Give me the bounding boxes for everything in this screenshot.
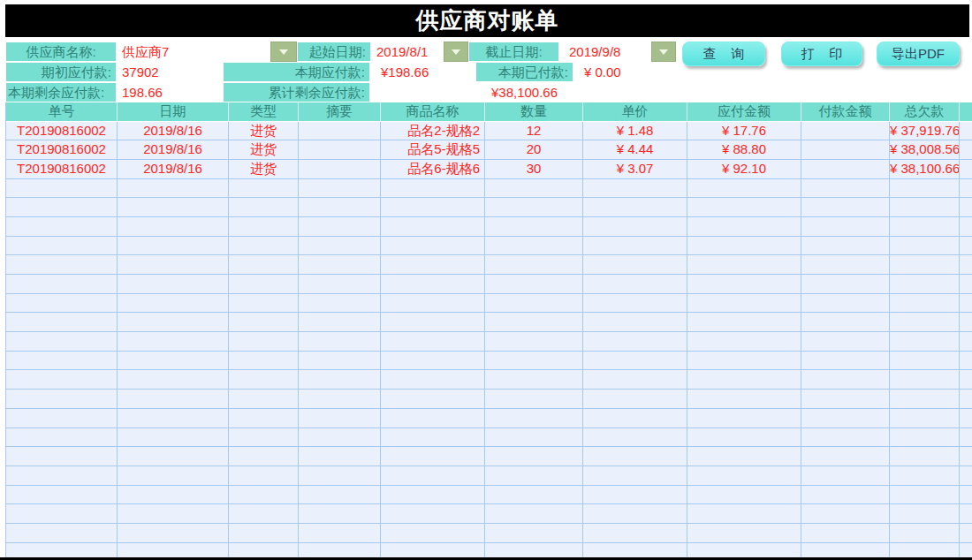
empty-cell[interactable] — [229, 370, 299, 390]
col-header-total-debt[interactable]: 总欠款 — [890, 102, 960, 122]
empty-cell[interactable] — [485, 447, 583, 466]
empty-cell[interactable] — [299, 275, 381, 294]
empty-cell[interactable] — [229, 313, 299, 332]
cell-extra[interactable] — [960, 122, 972, 141]
empty-cell[interactable] — [6, 275, 118, 294]
empty-cell[interactable] — [960, 447, 972, 466]
empty-cell[interactable] — [229, 504, 299, 524]
empty-cell[interactable] — [485, 524, 583, 543]
empty-cell[interactable] — [381, 466, 485, 486]
empty-cell[interactable] — [890, 332, 960, 352]
empty-cell[interactable] — [960, 198, 972, 217]
empty-cell[interactable] — [583, 504, 687, 524]
empty-cell[interactable] — [687, 486, 801, 505]
empty-cell[interactable] — [801, 352, 890, 371]
empty-cell[interactable] — [485, 332, 583, 352]
empty-cell[interactable] — [890, 255, 960, 275]
empty-cell[interactable] — [960, 313, 972, 332]
empty-cell[interactable] — [960, 217, 972, 237]
empty-cell[interactable] — [229, 332, 299, 352]
cell-paid[interactable] — [801, 140, 890, 160]
empty-cell[interactable] — [485, 352, 583, 371]
empty-cell[interactable] — [485, 486, 583, 505]
empty-cell[interactable] — [687, 294, 801, 314]
empty-cell[interactable] — [299, 179, 381, 199]
empty-cell[interactable] — [890, 370, 960, 390]
cell-summary[interactable] — [299, 160, 381, 179]
empty-cell[interactable] — [118, 237, 229, 256]
cell-qty[interactable]: 30 — [485, 160, 583, 179]
cell-qty[interactable]: 12 — [485, 122, 583, 141]
empty-cell[interactable] — [801, 447, 890, 466]
empty-cell[interactable] — [6, 237, 118, 256]
empty-cell[interactable] — [299, 447, 381, 466]
empty-cell[interactable] — [6, 447, 118, 466]
empty-cell[interactable] — [381, 294, 485, 314]
empty-cell[interactable] — [229, 447, 299, 466]
col-header-summary[interactable]: 摘要 — [299, 102, 381, 122]
empty-cell[interactable] — [229, 352, 299, 371]
empty-cell[interactable] — [229, 486, 299, 505]
empty-cell[interactable] — [381, 237, 485, 256]
cell-product[interactable]: 品名2-规格2 — [381, 122, 485, 141]
cumulative-remaining-value[interactable]: ¥38,100.66 — [370, 82, 679, 102]
empty-cell[interactable] — [801, 409, 890, 428]
empty-cell[interactable] — [118, 198, 229, 217]
empty-cell[interactable] — [687, 409, 801, 428]
empty-cell[interactable] — [960, 370, 972, 390]
cell-total-debt[interactable]: ¥ 38,008.56 — [890, 140, 960, 160]
empty-cell[interactable] — [229, 179, 299, 199]
empty-cell[interactable] — [485, 275, 583, 294]
empty-cell[interactable] — [583, 352, 687, 371]
empty-cell[interactable] — [6, 390, 118, 409]
empty-cell[interactable] — [118, 370, 229, 390]
empty-cell[interactable] — [485, 179, 583, 199]
opening-payable-value[interactable]: 37902 — [117, 62, 223, 82]
empty-cell[interactable] — [890, 313, 960, 332]
empty-cell[interactable] — [299, 313, 381, 332]
empty-cell[interactable] — [381, 198, 485, 217]
cell-date[interactable]: 2019/8/16 — [118, 122, 229, 141]
empty-cell[interactable] — [6, 255, 118, 275]
empty-cell[interactable] — [583, 447, 687, 466]
empty-cell[interactable] — [381, 447, 485, 466]
empty-cell[interactable] — [687, 332, 801, 352]
export-pdf-button[interactable]: 导出PDF — [877, 42, 960, 66]
empty-cell[interactable] — [801, 332, 890, 352]
empty-cell[interactable] — [801, 370, 890, 390]
empty-cell[interactable] — [299, 255, 381, 275]
empty-cell[interactable] — [6, 486, 118, 505]
empty-cell[interactable] — [485, 294, 583, 314]
col-header-date[interactable]: 日期 — [118, 102, 229, 122]
empty-cell[interactable] — [583, 370, 687, 390]
empty-cell[interactable] — [299, 504, 381, 524]
cell-paid[interactable] — [801, 160, 890, 179]
empty-cell[interactable] — [485, 198, 583, 217]
empty-cell[interactable] — [583, 294, 687, 314]
empty-cell[interactable] — [299, 390, 381, 409]
empty-cell[interactable] — [583, 198, 687, 217]
empty-cell[interactable] — [583, 179, 687, 199]
empty-cell[interactable] — [890, 466, 960, 486]
empty-cell[interactable] — [801, 275, 890, 294]
empty-cell[interactable] — [229, 428, 299, 448]
empty-cell[interactable] — [6, 313, 118, 332]
empty-cell[interactable] — [381, 255, 485, 275]
empty-cell[interactable] — [960, 390, 972, 409]
empty-cell[interactable] — [687, 217, 801, 237]
empty-cell[interactable] — [485, 370, 583, 390]
empty-cell[interactable] — [299, 524, 381, 543]
empty-cell[interactable] — [890, 179, 960, 199]
query-button[interactable]: 查 询 — [682, 42, 765, 66]
cell-date[interactable]: 2019/8/16 — [118, 140, 229, 160]
empty-cell[interactable] — [890, 352, 960, 371]
remaining-payable-value[interactable]: 198.66 — [117, 82, 223, 102]
empty-cell[interactable] — [890, 428, 960, 448]
empty-cell[interactable] — [583, 313, 687, 332]
start-date-input[interactable]: 2019/8/1 — [371, 42, 444, 62]
empty-cell[interactable] — [6, 524, 118, 543]
empty-cell[interactable] — [687, 466, 801, 486]
empty-cell[interactable] — [583, 428, 687, 448]
supplier-dropdown-button[interactable] — [270, 42, 297, 62]
cell-qty[interactable]: 20 — [485, 140, 583, 160]
